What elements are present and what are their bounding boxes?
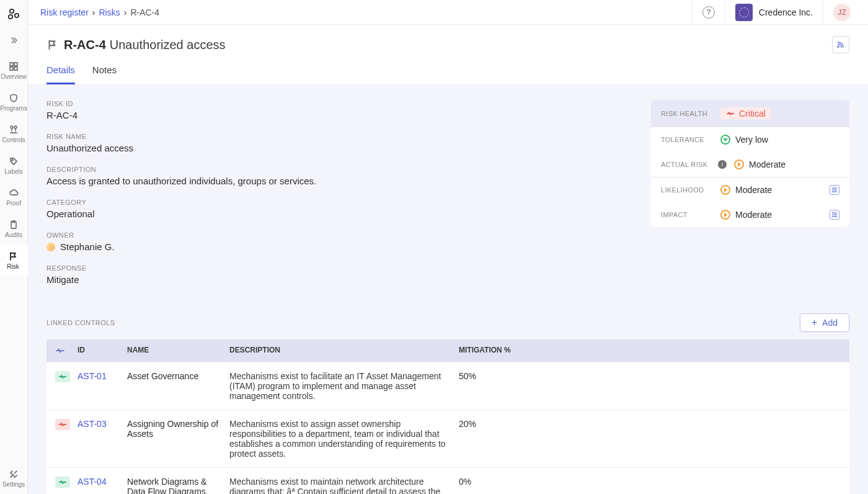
grid-icon	[8, 61, 19, 72]
clipboard-icon	[8, 219, 19, 230]
control-name: Network Diagrams & Data Flow Diagrams (D…	[127, 477, 229, 494]
owner-name: Stephanie G.	[60, 241, 115, 252]
svg-rect-5	[10, 67, 13, 70]
table-row[interactable]: AST-03Assigning Ownership of AssetsMecha…	[46, 410, 849, 467]
nav-label: Risk	[7, 263, 19, 270]
risk-health-badge: Critical	[720, 107, 771, 120]
nav-overview[interactable]: Overview	[0, 55, 28, 86]
stat-row-risk-health: RISK HEALTH Critical	[651, 100, 849, 127]
col-header-mitigation: MITIGATION %	[459, 346, 521, 356]
tools-icon	[8, 469, 19, 480]
field-value-risk-id: R-AC-4	[46, 110, 639, 120]
linked-controls-label: LINKED CONTROLS	[46, 319, 115, 326]
breadcrumb-root-link[interactable]: Risk register	[40, 7, 89, 17]
tab-notes[interactable]: Notes	[92, 65, 117, 84]
nav-label: Settings	[2, 481, 25, 488]
nav-audits[interactable]: Audits	[0, 213, 28, 245]
likelihood-value: Moderate	[735, 185, 772, 195]
nav-label: Overview	[1, 73, 27, 80]
risk-stats-card: RISK HEALTH Critical TOLERANCE Very low	[651, 100, 849, 227]
nav-settings[interactable]: Settings	[0, 462, 28, 494]
nav-label: Controls	[2, 137, 25, 143]
table-row[interactable]: AST-01Asset GovernanceMechanisms exist t…	[46, 362, 849, 410]
svg-rect-3	[10, 63, 13, 66]
level-right-icon	[734, 159, 744, 169]
page-title-name: Unauthorized access	[110, 38, 226, 52]
control-name: Asset Governance	[127, 371, 229, 381]
control-id-link[interactable]: AST-01	[78, 371, 107, 381]
col-header-health-icon	[55, 346, 78, 356]
nav-controls[interactable]: Controls	[0, 118, 28, 150]
svg-point-2	[15, 14, 19, 17]
control-description: Mechanisms exist to maintain network arc…	[229, 477, 459, 494]
linked-controls-table: ID NAME DESCRIPTION MITIGATION % AST-01A…	[46, 339, 849, 494]
expand-sidebar-button[interactable]	[0, 31, 28, 55]
help-button[interactable]: ?	[702, 6, 715, 19]
tab-details[interactable]: Details	[46, 65, 75, 84]
top-bar-right: ? Credence Inc. JZ	[692, 0, 857, 24]
org-logo-icon	[735, 4, 753, 21]
control-id-link[interactable]: AST-03	[78, 419, 107, 429]
cloud-icon	[8, 187, 19, 199]
level-right-icon	[720, 185, 730, 195]
health-chip-icon	[55, 477, 70, 488]
svg-point-1	[9, 15, 12, 19]
svg-rect-6	[14, 67, 17, 70]
top-bar: Risk register › Risks › R-AC-4 ? Credenc…	[28, 0, 868, 25]
control-name: Assigning Ownership of Assets	[127, 419, 229, 439]
edit-likelihood-button[interactable]	[830, 185, 839, 195]
field-value-description: Access is granted to unauthorized indivi…	[46, 176, 639, 186]
tabs: Details Notes	[28, 53, 868, 85]
controls-icon	[8, 124, 19, 135]
level-down-icon	[720, 135, 730, 145]
flag-icon	[46, 39, 58, 50]
field-label-risk-name: RISK NAME	[46, 133, 639, 140]
feed-button[interactable]	[832, 36, 849, 53]
content-area: RISK ID R-AC-4 RISK NAME Unauthorized ac…	[28, 85, 868, 494]
edit-impact-button[interactable]	[830, 210, 839, 220]
stat-label-risk-health: RISK HEALTH	[661, 110, 717, 117]
field-value-response: Mitigate	[46, 274, 639, 285]
impact-value: Moderate	[735, 210, 772, 220]
control-id-link[interactable]: AST-04	[78, 477, 107, 487]
nav-proof[interactable]: Proof	[0, 181, 28, 213]
user-avatar[interactable]: JZ	[833, 4, 851, 21]
org-switcher[interactable]: Credence Inc.	[725, 0, 823, 24]
control-mitigation: 20%	[459, 419, 521, 429]
field-label-risk-id: RISK ID	[46, 100, 639, 107]
control-mitigation: 0%	[459, 477, 521, 487]
field-label-response: RESPONSE	[46, 264, 639, 272]
table-row[interactable]: AST-04Network Diagrams & Data Flow Diagr…	[46, 467, 849, 494]
svg-point-9	[12, 159, 13, 161]
stat-row-likelihood: LIKELIHOOD Moderate	[651, 177, 849, 202]
shield-icon	[8, 92, 19, 104]
side-nav: Overview Programs Controls Labels Proof …	[0, 0, 28, 494]
owner-avatar-icon	[46, 243, 55, 251]
level-right-icon	[720, 210, 730, 220]
info-icon[interactable]: i	[718, 160, 727, 169]
nav-programs[interactable]: Programs	[0, 86, 28, 118]
stat-row-actual-risk: ACTUAL RISK i Moderate	[651, 152, 849, 177]
nav-risk[interactable]: Risk	[0, 245, 28, 276]
table-header-row: ID NAME DESCRIPTION MITIGATION %	[46, 339, 849, 362]
stat-label-tolerance: TOLERANCE	[661, 136, 717, 143]
control-description: Mechanisms exist to assign asset ownersh…	[229, 419, 459, 459]
actual-risk-value: Moderate	[749, 159, 786, 169]
plus-icon: +	[812, 318, 817, 328]
field-label-description: DESCRIPTION	[46, 166, 639, 173]
stat-label-actual-risk: ACTUAL RISK	[661, 161, 717, 168]
nav-labels[interactable]: Labels	[0, 150, 28, 181]
add-linked-control-button[interactable]: + Add	[800, 313, 849, 332]
breadcrumb-risks-link[interactable]: Risks	[99, 7, 120, 17]
field-label-owner: OWNER	[46, 231, 639, 239]
nav-label: Programs	[0, 105, 27, 112]
page-header: R-AC-4 Unauthorized access	[28, 25, 868, 53]
heartbeat-icon	[725, 109, 735, 119]
stat-row-tolerance: TOLERANCE Very low	[651, 127, 849, 152]
col-header-desc: DESCRIPTION	[229, 346, 459, 356]
col-header-id: ID	[78, 346, 127, 356]
flag-icon	[7, 251, 19, 262]
health-chip-icon	[55, 419, 70, 430]
health-chip-icon	[55, 371, 70, 382]
tolerance-value: Very low	[735, 135, 768, 145]
